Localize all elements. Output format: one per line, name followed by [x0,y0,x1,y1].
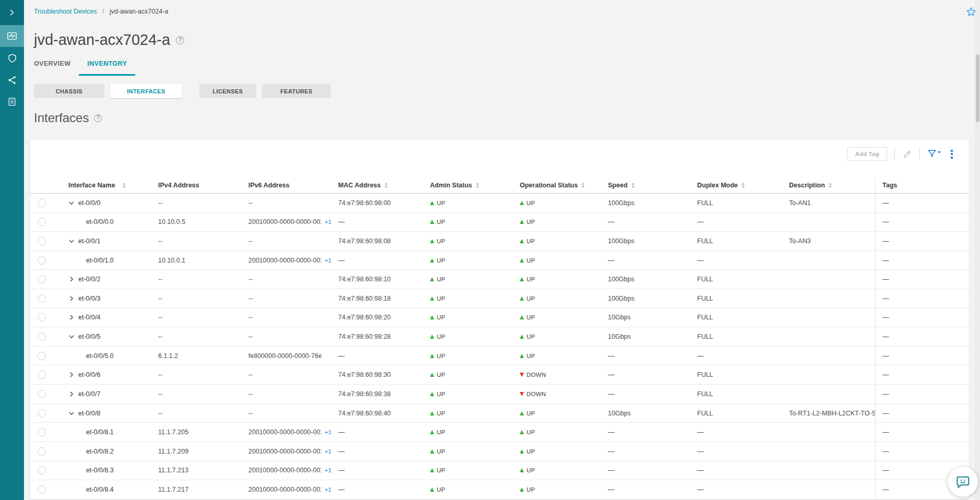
chevron-right-icon[interactable] [68,372,75,378]
oper-status-cell: UP [515,289,603,308]
interface-name: et-0/0/8.1 [86,428,114,436]
row-select-radio[interactable] [38,352,46,360]
sidebar-nav [0,0,24,113]
sidebar-item-monitoring[interactable] [0,25,24,47]
sort-arrows-icon [581,183,584,188]
column-header-mac[interactable]: MAC Address [333,177,425,193]
kebab-menu-icon[interactable] [948,149,955,160]
chevron-down-icon[interactable] [68,238,75,244]
speed-cell: 100Gbps [603,232,692,251]
help-icon[interactable]: ? [176,36,184,44]
row-select-radio[interactable] [38,294,46,303]
row-select-radio[interactable] [38,428,46,436]
row-select-radio[interactable] [38,256,46,265]
oper-status-cell: UP [515,232,603,251]
column-header-speed[interactable]: Speed [603,177,692,193]
chevron-right-icon[interactable] [68,314,75,320]
row-select-radio[interactable] [38,218,46,226]
column-header-duplex[interactable]: Duplex Mode [692,177,784,193]
oper-status-cell: DOWN [515,385,603,403]
scrollbar-thumb[interactable] [976,54,979,122]
row-select-radio[interactable] [38,447,46,456]
ipv6-cell: -- [244,194,333,212]
chevron-down-icon[interactable] [68,334,75,340]
oper-status-cell: UP [515,194,603,212]
edit-pencil-icon[interactable] [902,149,912,159]
subtab-licenses[interactable]: LICENSES [199,84,256,98]
subtab-chassis[interactable]: CHASSIS [34,84,104,98]
column-header-admin[interactable]: Admin Status [425,177,515,193]
column-header-select [30,177,63,193]
interface-name: et-0/0/1 [78,237,100,245]
favorite-star-icon[interactable] [965,6,977,19]
row-select-radio[interactable] [38,275,46,283]
ipv6-more-link[interactable]: +1 [325,219,331,225]
ipv6-cell: -- [244,289,333,308]
sort-arrows-icon [829,183,832,188]
ipv4-cell: -- [153,270,244,289]
oper-status-triangle-icon [520,315,524,319]
sidebar-item-expand[interactable] [0,0,24,25]
help-icon[interactable]: ? [94,114,102,122]
filter-funnel-icon[interactable] [927,149,941,160]
mac-cell: — [333,480,425,499]
column-label: Interface Name [68,182,115,189]
ipv6-more-link[interactable]: +1 [325,257,331,264]
name-cell: et-0/0/8.1 [63,423,153,442]
ipv6-more-link[interactable]: +1 [325,486,331,493]
chevron-right-icon[interactable] [68,391,75,397]
mac-cell: 74:e7:98:60:98:08 [333,232,425,251]
tags-cell: — [875,251,969,270]
sidebar-item-documents[interactable] [0,91,24,113]
admin-status-label: UP [437,353,445,359]
column-header-oper[interactable]: Operational Status [515,177,603,193]
description-cell [784,461,875,480]
row-select-cell [30,289,63,308]
row-select-radio[interactable] [38,390,46,398]
row-select-radio[interactable] [38,237,46,245]
column-header-name[interactable]: Interface Name [63,177,153,193]
ipv6-value: -- [248,410,253,417]
column-header-ipv4: IPv4 Address [153,177,244,193]
tab-inventory[interactable]: INVENTORY [79,60,135,76]
chevron-right-icon[interactable] [68,276,75,282]
ipv6-cell: -- [244,385,333,403]
description-cell [784,480,875,499]
subtab-features[interactable]: FEATURES [262,84,331,98]
row-select-radio[interactable] [38,409,46,418]
row-select-radio[interactable] [38,371,46,379]
admin-status-cell: UP [425,347,515,365]
sidebar-item-security[interactable] [0,47,24,69]
ipv6-more-link[interactable]: +1 [325,467,331,473]
vertical-scrollbar[interactable] [975,0,980,500]
ipv6-more-link[interactable]: +1 [325,448,331,455]
speed-cell: — [603,480,692,499]
chevron-down-icon[interactable] [68,200,75,206]
admin-status-label: UP [437,200,445,206]
feedback-chat-button[interactable] [948,467,978,497]
row-select-radio[interactable] [38,332,46,341]
row-select-radio[interactable] [38,466,46,474]
table-row: et-0/0/7 -- -- 74:e7:98:60:98:38 UP DOWN… [30,385,969,404]
speed-cell: — [603,423,692,442]
row-select-radio[interactable] [38,485,46,494]
ipv6-more-link[interactable]: +1 [325,429,331,435]
breadcrumb-link[interactable]: Troubleshoot Devices [34,8,97,15]
tags-cell: — [875,213,969,232]
row-select-radio[interactable] [38,313,46,322]
toolbar-divider [894,149,895,159]
description-cell [784,270,875,289]
tab-overview[interactable]: OVERVIEW [26,60,79,76]
sidebar-item-topology[interactable] [0,69,24,91]
admin-status-triangle-icon [430,220,434,224]
column-header-desc[interactable]: Description [784,177,875,193]
chevron-down-icon[interactable] [68,410,75,416]
add-tag-button[interactable]: Add Tag [847,147,887,161]
name-cell: et-0/0/1.0 [63,251,153,270]
chevron-right-icon[interactable] [68,295,75,302]
caret-down-icon [938,151,941,153]
table-row: et-0/0/1.0 10.10.0.1 20010000-0000-0000-… [30,251,969,270]
subtab-interfaces[interactable]: INTERFACES [110,84,182,98]
row-select-radio[interactable] [38,199,46,207]
row-select-cell [30,251,63,270]
